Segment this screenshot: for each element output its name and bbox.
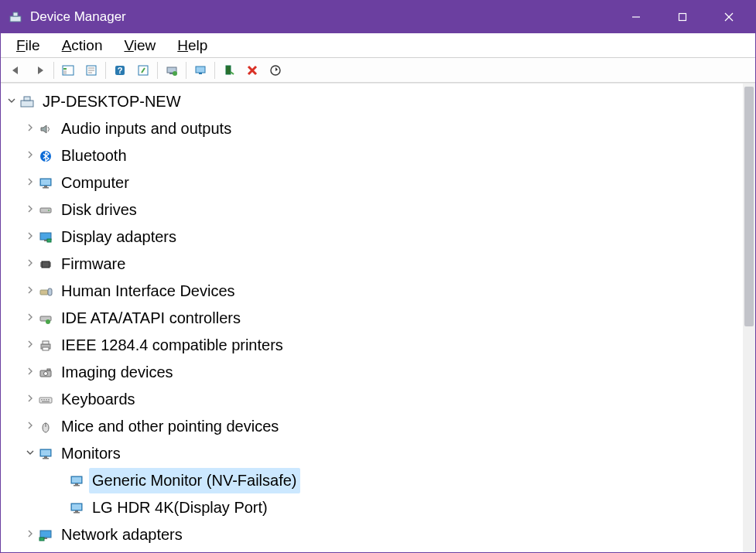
toolbar-separator xyxy=(157,62,158,79)
svg-rect-56 xyxy=(48,399,50,401)
keyboard-icon xyxy=(38,393,53,407)
tree-item-label: Display adapters xyxy=(58,224,180,250)
svg-rect-28 xyxy=(44,186,47,187)
toolbar-enable-button[interactable] xyxy=(218,60,240,80)
tree-category-network[interactable]: Network adapters xyxy=(1,521,743,548)
close-button[interactable] xyxy=(706,1,752,33)
tree-category-ieee[interactable]: IEEE 1284.4 compatible printers xyxy=(1,332,743,359)
tree-category-hid[interactable]: Human Interface Devices xyxy=(1,278,743,305)
expand-icon[interactable] xyxy=(24,528,36,541)
tree-root[interactable]: JP-DESKTOP-NEW xyxy=(1,88,743,115)
svg-rect-62 xyxy=(44,456,47,458)
toolbar-action-button[interactable] xyxy=(132,60,154,80)
circle-arrow-icon xyxy=(269,64,282,77)
tree-category-audio[interactable]: Audio inputs and outputs xyxy=(1,115,743,142)
tree-pane-icon xyxy=(62,64,74,77)
printer-icon xyxy=(38,339,53,353)
svg-rect-61 xyxy=(41,450,50,456)
toolbar-properties-button[interactable] xyxy=(80,60,102,80)
toolbar-help-button[interactable]: ? xyxy=(109,60,131,80)
expand-icon[interactable] xyxy=(24,176,36,189)
expand-icon[interactable] xyxy=(24,420,36,433)
svg-rect-43 xyxy=(48,288,52,295)
expand-icon[interactable] xyxy=(24,393,36,406)
svg-rect-1 xyxy=(13,12,18,16)
monitor-refresh-icon xyxy=(194,64,207,77)
tree-item-label: Generic Monitor (NV-Failsafe) xyxy=(89,468,300,493)
expand-icon[interactable] xyxy=(24,285,36,298)
svg-rect-34 xyxy=(47,239,51,242)
expand-icon[interactable] xyxy=(24,366,36,379)
device-tree[interactable]: JP-DESKTOP-NEWAudio inputs and outputsBl… xyxy=(1,84,743,552)
tree-category-monitors[interactable]: Monitors xyxy=(1,440,743,467)
window-title: Device Manager xyxy=(30,9,613,25)
svg-rect-0 xyxy=(10,16,21,22)
tree-category-imaging[interactable]: Imaging devices xyxy=(1,359,743,386)
toolbar-forward-button[interactable] xyxy=(29,60,50,80)
root-icon xyxy=(19,95,35,109)
tree-category-disk[interactable]: Disk drives xyxy=(1,196,743,224)
toolbar-separator xyxy=(105,62,106,79)
maximize-button[interactable] xyxy=(659,1,706,33)
tree-category-keyboards[interactable]: Keyboards xyxy=(1,386,743,413)
device-manager-window: Device Manager File Action View Help xyxy=(0,0,756,553)
tree-item-label: Firmware xyxy=(58,251,128,277)
tree-category-firmware[interactable]: Firmware xyxy=(1,251,743,278)
monitor-icon xyxy=(69,474,84,488)
expand-icon[interactable] xyxy=(24,203,36,217)
network-icon xyxy=(38,528,53,542)
expand-icon[interactable] xyxy=(24,339,36,352)
tree-category-display[interactable]: Display adapters xyxy=(1,224,743,251)
tree-item-label: Mice and other pointing devices xyxy=(58,414,282,439)
expand-icon[interactable] xyxy=(24,122,36,135)
monitor-icon xyxy=(69,501,84,515)
chip-icon xyxy=(38,258,53,271)
toolbar-separator xyxy=(214,62,215,79)
tree-item-label: IEEE 1284.4 compatible printers xyxy=(58,333,286,358)
tree-item-label: IDE ATA/ATAPI controllers xyxy=(58,306,244,331)
toolbar-remove-button[interactable] xyxy=(265,60,286,80)
device-enable-icon xyxy=(223,64,235,77)
toolbar-scan-button[interactable] xyxy=(190,60,211,80)
minimize-button[interactable] xyxy=(613,1,659,33)
svg-rect-70 xyxy=(75,510,78,512)
tree-device-mon1[interactable]: Generic Monitor (NV-Failsafe) xyxy=(1,467,743,494)
tree-item-label: Keyboards xyxy=(58,387,139,412)
scrollbar-thumb[interactable] xyxy=(744,87,754,326)
menu-file[interactable]: File xyxy=(5,36,51,56)
menu-action[interactable]: Action xyxy=(51,36,114,56)
update-driver-icon xyxy=(166,64,178,77)
svg-point-31 xyxy=(48,210,50,211)
toolbar-update-driver-button[interactable] xyxy=(161,60,183,80)
titlebar: Device Manager xyxy=(1,1,755,33)
tree-item-label: Audio inputs and outputs xyxy=(58,116,234,142)
svg-rect-24 xyxy=(24,97,30,101)
svg-rect-33 xyxy=(44,240,47,241)
tree-category-computer[interactable]: Computer xyxy=(1,169,743,196)
svg-point-50 xyxy=(44,371,48,375)
display-adapter-icon xyxy=(38,230,53,244)
toolbar-show-hide-button[interactable] xyxy=(57,60,79,80)
expand-icon[interactable] xyxy=(24,149,36,162)
expand-icon[interactable] xyxy=(24,258,36,271)
menu-view[interactable]: View xyxy=(113,36,166,56)
collapse-icon[interactable] xyxy=(5,95,18,108)
svg-rect-69 xyxy=(72,504,81,510)
menu-help[interactable]: Help xyxy=(166,36,218,56)
tree-device-mon2[interactable]: LG HDR 4K(Display Port) xyxy=(1,494,743,521)
svg-rect-7 xyxy=(63,68,67,70)
collapse-icon[interactable] xyxy=(24,447,36,460)
menubar: File Action View Help xyxy=(1,33,755,58)
svg-rect-72 xyxy=(40,531,51,538)
expand-icon[interactable] xyxy=(24,312,36,325)
svg-rect-35 xyxy=(42,261,50,268)
toolbar-back-button[interactable] xyxy=(5,60,27,80)
tree-category-bluetooth[interactable]: Bluetooth xyxy=(1,142,743,169)
expand-icon[interactable] xyxy=(24,230,36,244)
svg-rect-19 xyxy=(196,67,205,73)
tree-category-ide[interactable]: IDE ATA/ATAPI controllers xyxy=(1,305,743,332)
content-area: JP-DESKTOP-NEWAudio inputs and outputsBl… xyxy=(1,83,755,552)
toolbar-uninstall-button[interactable] xyxy=(241,60,263,80)
vertical-scrollbar[interactable] xyxy=(743,84,755,552)
tree-category-mice[interactable]: Mice and other pointing devices xyxy=(1,413,743,440)
